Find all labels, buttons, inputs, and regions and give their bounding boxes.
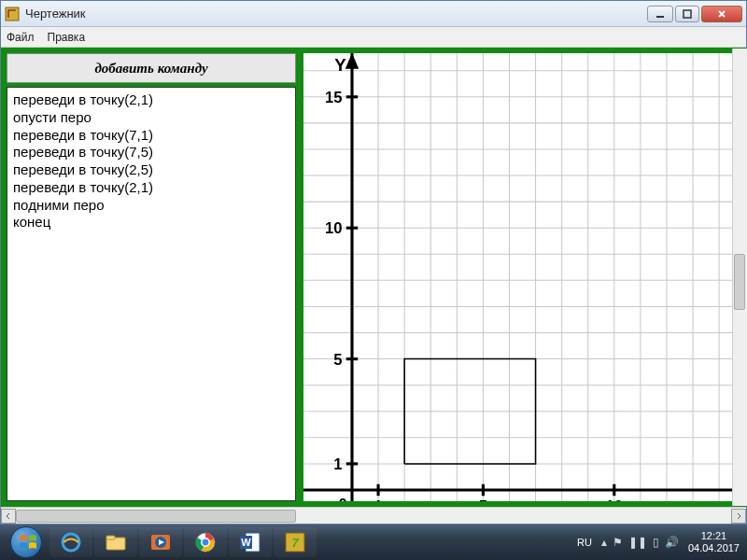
code-line: переведи в точку(7,5) — [13, 144, 289, 161]
code-line: подними перо — [13, 197, 289, 215]
code-line: переведи в точку(2,1) — [13, 91, 289, 109]
clock[interactable]: 12:21 04.04.2017 — [688, 530, 740, 553]
taskbar-ie-icon[interactable] — [49, 527, 92, 557]
maximize-button[interactable] — [675, 6, 699, 22]
svg-text:0: 0 — [338, 496, 346, 501]
code-line: конец — [13, 214, 289, 231]
svg-point-72 — [202, 539, 209, 546]
battery-icon[interactable]: ▯ — [653, 536, 659, 549]
vertical-scrollbar[interactable] — [732, 49, 747, 506]
network-icon[interactable]: ❚❚ — [628, 536, 647, 549]
menu-edit[interactable]: Правка — [48, 31, 86, 44]
scroll-track[interactable] — [16, 509, 731, 524]
horizontal-scrollbar[interactable] — [1, 507, 746, 524]
windows-orb-icon — [10, 526, 42, 558]
taskbar-chrome-icon[interactable] — [184, 527, 227, 557]
code-listing[interactable]: переведи в точку(2,1)опусти перопереведи… — [7, 87, 296, 501]
app-window: Чертежник Файл Правка добавить команду п… — [0, 0, 747, 525]
clock-date: 04.04.2017 — [688, 542, 740, 554]
svg-text:10: 10 — [606, 497, 624, 501]
volume-icon[interactable]: 🔊 — [665, 536, 679, 549]
svg-text:5: 5 — [479, 497, 487, 501]
tray-up-icon[interactable]: ▴ — [601, 536, 607, 549]
svg-text:1: 1 — [374, 497, 382, 501]
svg-rect-67 — [106, 536, 115, 539]
start-button[interactable] — [4, 525, 49, 559]
svg-point-65 — [63, 534, 79, 551]
titlebar[interactable]: Чертежник — [1, 1, 746, 27]
minimize-button[interactable] — [647, 6, 673, 22]
svg-text:Y: Y — [334, 55, 346, 75]
drawing-canvas[interactable]: Y1510151510150 — [303, 53, 740, 501]
coordinate-grid: Y1510151510150 — [303, 53, 740, 501]
window-title: Чертежник — [25, 7, 647, 21]
code-line: опусти перо — [13, 109, 289, 127]
code-line: переведи в точку(2,1) — [13, 179, 289, 197]
scroll-thumb[interactable] — [16, 510, 296, 523]
svg-text:15: 15 — [325, 89, 343, 106]
language-indicator[interactable]: RU — [577, 537, 592, 548]
svg-rect-2 — [684, 10, 691, 18]
svg-text:10: 10 — [325, 219, 343, 237]
menu-file[interactable]: Файл — [7, 31, 35, 44]
app-icon — [5, 7, 20, 21]
taskbar[interactable]: W 7 RU ▴ ⚑ ❚❚ ▯ 🔊 12:21 04.04.2017 — [0, 525, 747, 560]
svg-rect-0 — [6, 7, 19, 21]
svg-text:5: 5 — [333, 351, 342, 369]
clock-time: 12:21 — [688, 530, 740, 542]
taskbar-mediaplayer-icon[interactable] — [139, 527, 182, 557]
system-tray[interactable]: RU ▴ ⚑ ❚❚ ▯ 🔊 12:21 04.04.2017 — [577, 530, 743, 553]
taskbar-explorer-icon[interactable] — [94, 527, 137, 557]
menubar: Файл Правка — [1, 27, 746, 48]
flag-icon[interactable]: ⚑ — [613, 536, 623, 549]
svg-text:7: 7 — [291, 536, 299, 550]
content-area: добавить команду переведи в точку(2,1)оп… — [1, 48, 746, 507]
window-controls — [647, 6, 742, 22]
left-panel: добавить команду переведи в точку(2,1)оп… — [7, 53, 296, 501]
taskbar-word-icon[interactable]: W — [229, 527, 272, 557]
svg-text:W: W — [241, 537, 251, 548]
code-line: переведи в точку(7,1) — [13, 127, 289, 145]
scroll-right-arrow[interactable] — [731, 509, 746, 524]
tray-icons: ▴ ⚑ ❚❚ ▯ 🔊 — [601, 536, 679, 549]
scroll-left-arrow[interactable] — [1, 509, 16, 524]
svg-text:1: 1 — [333, 455, 342, 473]
add-command-button[interactable]: добавить команду — [7, 53, 296, 83]
close-button[interactable] — [701, 6, 742, 22]
vscroll-thumb[interactable] — [734, 254, 745, 310]
taskbar-app-icon[interactable]: 7 — [274, 527, 317, 557]
code-line: переведи в точку(2,5) — [13, 161, 289, 179]
